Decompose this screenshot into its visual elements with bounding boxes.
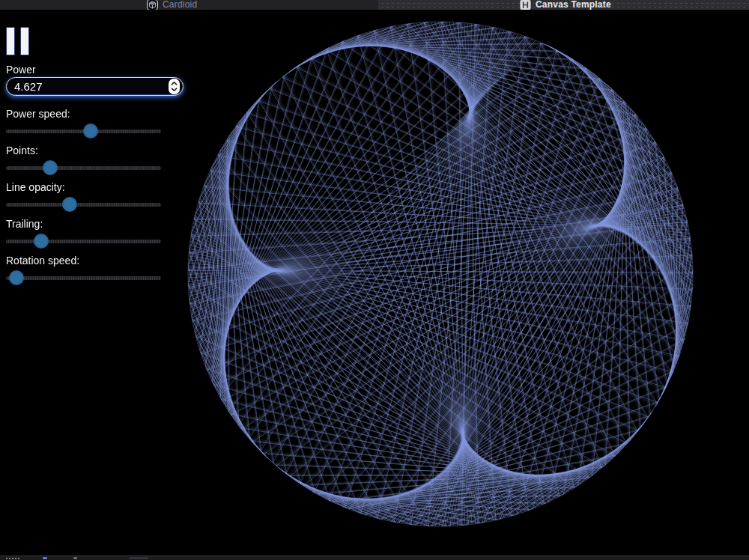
slider-label: Power speed: — [6, 108, 167, 121]
slider-track — [6, 240, 161, 243]
slider-thumb[interactable] — [62, 197, 77, 212]
slider-thumb[interactable] — [34, 234, 49, 249]
pause-button[interactable] — [6, 27, 30, 56]
slider-track — [6, 166, 161, 170]
dock-app-icon — [73, 557, 77, 559]
slider-track — [6, 276, 161, 280]
slider-thumb[interactable] — [83, 124, 98, 139]
stepper-up-icon[interactable] — [171, 81, 178, 86]
bottom-strip — [0, 556, 749, 560]
trailing-row: Trailing: — [6, 218, 167, 255]
slider-thumb[interactable] — [43, 160, 58, 175]
h-favicon-icon — [520, 0, 531, 10]
power-value-field[interactable] — [8, 80, 169, 93]
rotation-speed-row: Rotation speed: — [6, 255, 167, 291]
stepper-down-icon[interactable] — [171, 87, 178, 92]
line-opacity-row: Line opacity: — [6, 181, 167, 218]
slider-label: Points: — [6, 144, 167, 157]
dock-app-icon — [43, 557, 47, 559]
slider-thumb[interactable] — [9, 270, 24, 285]
tab-canvas-template[interactable]: Canvas Template — [378, 0, 749, 10]
slider-label: Line opacity: — [6, 181, 167, 194]
browser-tab-bar: Cardioid Canvas Template — [0, 0, 749, 10]
tab-cardioid[interactable]: Cardioid — [0, 0, 378, 10]
power-speed-row: Power speed: — [6, 108, 167, 144]
trailing-slider[interactable] — [6, 231, 161, 252]
pause-icon — [6, 27, 15, 55]
slider-track — [6, 203, 161, 207]
points-slider[interactable] — [6, 158, 161, 179]
slider-rows: Power speed: Points: Line opacity: Trail… — [6, 108, 167, 291]
dock-app-icon — [129, 557, 148, 559]
power-stepper[interactable] — [169, 79, 180, 94]
dock-dots-icon — [6, 558, 19, 559]
tab-label: Canvas Template — [536, 0, 611, 10]
tab-label: Cardioid — [163, 0, 197, 10]
slider-label: Rotation speed: — [6, 255, 167, 267]
power-input[interactable] — [6, 77, 184, 96]
points-row: Points: — [6, 144, 167, 181]
power-speed-slider[interactable] — [6, 121, 161, 142]
rotation-speed-slider[interactable] — [6, 268, 161, 289]
slider-label: Trailing: — [6, 218, 167, 231]
power-label: Power — [6, 64, 36, 76]
pause-icon — [20, 27, 29, 55]
cube-favicon-icon — [147, 0, 158, 10]
line-opacity-slider[interactable] — [6, 195, 161, 216]
